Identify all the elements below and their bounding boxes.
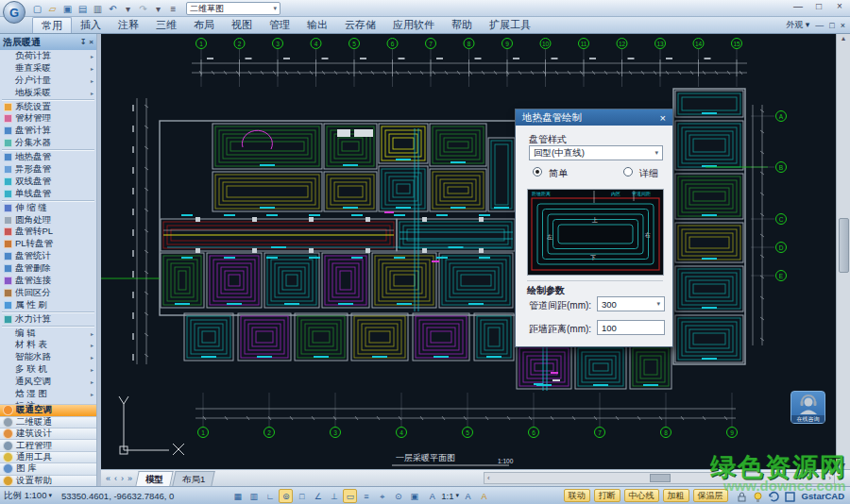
ribbon-tab-5[interactable]: 布局 <box>185 17 223 33</box>
redo-icon[interactable]: ↷ <box>136 2 150 16</box>
ribbon-tab-12[interactable]: 扩展工具 <box>481 17 539 33</box>
sidebar-item[interactable]: 多 联 机▸ <box>0 363 96 376</box>
open-icon[interactable]: ▱ <box>45 2 60 16</box>
tab-nav-icon-1[interactable]: ‹ <box>114 474 117 483</box>
ribbon-close-button[interactable]: × <box>841 21 845 30</box>
sidebar-item[interactable]: 分户计量▸ <box>0 75 96 87</box>
track-icon[interactable]: ⌖ <box>375 489 389 503</box>
ribbon-tab-1[interactable]: 常用 <box>32 17 72 33</box>
sidebar-item[interactable]: 负荷计算▸ <box>0 50 96 62</box>
annotation-scale[interactable]: A 1:1▾ A A <box>425 489 491 503</box>
sidebar-nav-设置帮助[interactable]: 设置帮助 <box>0 475 96 486</box>
sidebar-item[interactable]: 通风空调▸ <box>0 376 96 388</box>
ribbon-tab-4[interactable]: 三维 <box>147 17 185 33</box>
app-logo-icon[interactable]: G <box>3 1 26 24</box>
lineweight-icon[interactable]: ≡ <box>359 489 373 503</box>
save-icon[interactable]: ▣ <box>60 2 75 16</box>
wall-distance-input[interactable]: 100 <box>597 320 665 335</box>
drawing-canvas[interactable]: 123456789101112131415123456789ABCDE一层采暖平… <box>101 34 836 469</box>
online-consult-button[interactable]: 在线咨询 <box>790 391 825 424</box>
minimize-button[interactable]: — <box>791 1 805 11</box>
horizontal-scroll-thumb[interactable] <box>650 474 671 482</box>
ribbon-restore-button[interactable]: □ <box>829 21 834 30</box>
find-icon[interactable]: ⊙ <box>391 489 405 503</box>
ribbon-tab-9[interactable]: 云存储 <box>336 17 384 33</box>
sidebar-item[interactable]: 管材管理 <box>0 112 96 125</box>
undo-icon[interactable]: ↶ <box>106 2 120 16</box>
sidebar-item[interactable]: 水力计算 <box>0 313 96 326</box>
sidebar-item[interactable]: 属 性 刷 <box>0 299 96 311</box>
ribbon-tab-3[interactable]: 注释 <box>110 17 147 33</box>
vertical-scroll-thumb[interactable] <box>839 218 849 273</box>
ribbon-tab-8[interactable]: 输出 <box>298 17 336 33</box>
sidebar-item[interactable]: 焓 湿 图▸ <box>0 388 96 400</box>
save-as-icon[interactable]: ▤ <box>76 2 90 16</box>
sidebar-nav-通用工具[interactable]: 通用工具 <box>0 451 96 462</box>
anno-visibility-icon[interactable]: A <box>461 489 475 503</box>
sidebar-item[interactable]: 垂直采暖▸ <box>0 62 96 75</box>
quick-view-icon[interactable]: ▣ <box>407 489 421 503</box>
angle-icon[interactable]: ∠ <box>311 489 325 503</box>
anno-auto-icon[interactable]: A <box>477 489 491 503</box>
ribbon-tab-6[interactable]: 视图 <box>223 17 261 33</box>
toggle-加粗[interactable]: 加粗 <box>663 489 689 502</box>
sidebar-item[interactable]: 圆角处理 <box>0 214 96 227</box>
scroll-left-icon[interactable]: ‹ <box>484 474 493 482</box>
polar-icon[interactable]: ⊚ <box>279 489 293 503</box>
radio-detail[interactable] <box>623 167 633 176</box>
sidebar-item[interactable]: 材 料 表▸ <box>0 339 96 351</box>
sidebar-item[interactable]: 盘管统计 <box>0 250 96 262</box>
vertical-scrollbar[interactable]: ▴ ▾ <box>836 34 850 469</box>
redo-menu-icon[interactable]: ▾ <box>151 2 165 16</box>
print-icon[interactable]: ▥ <box>91 2 105 16</box>
sidebar-item[interactable]: 系统设置 <box>0 101 96 113</box>
sidebar-item[interactable]: 盘管删除 <box>0 262 96 275</box>
dialog-close-icon[interactable]: × <box>660 112 666 124</box>
dialog-title-bar[interactable]: 地热盘管绘制 × <box>516 109 672 126</box>
ortho-icon[interactable]: ∟ <box>263 489 277 503</box>
ribbon-tab-11[interactable]: 帮助 <box>443 17 481 33</box>
palette-header[interactable]: 浩辰暖通 ↧ × <box>0 34 96 50</box>
sidebar-item[interactable]: 盘管连接 <box>0 275 96 287</box>
qat-more-icon[interactable]: ≡ <box>166 2 180 16</box>
pipe-spacing-combo[interactable]: 300▾ <box>597 296 665 311</box>
osnap-icon[interactable]: □ <box>295 489 309 503</box>
sidebar-item[interactable]: 盘管计算 <box>0 125 96 137</box>
sidebar-item[interactable]: 盘管转PL <box>0 226 96 238</box>
grid-icon[interactable]: ▥ <box>246 489 261 503</box>
toggle-打断[interactable]: 打断 <box>594 489 620 502</box>
sidebar-item[interactable]: 编 辑▸ <box>0 328 96 340</box>
sidebar-item[interactable]: 地板采暖▸ <box>0 87 96 99</box>
radio-detail-label[interactable]: 详细 <box>639 167 658 180</box>
scroll-up-icon[interactable]: ▴ <box>842 34 845 42</box>
sidebar-item[interactable]: PL转盘管 <box>0 238 96 250</box>
radio-simple[interactable] <box>533 167 542 176</box>
snap-icon[interactable]: ▦ <box>230 489 245 503</box>
sidebar-item[interactable]: 供回区分 <box>0 287 96 299</box>
toggle-联动[interactable]: 联动 <box>564 489 590 502</box>
tab-model[interactable]: 模型 <box>135 471 173 486</box>
tab-nav-icon-0[interactable]: « <box>106 474 110 483</box>
toggle-中心线[interactable]: 中心线 <box>624 489 659 502</box>
sidebar-item[interactable]: 单线盘管 <box>0 188 96 200</box>
workspace-combo[interactable]: 二维草图 ▾ <box>186 2 280 15</box>
tab-nav-icon-2[interactable]: › <box>121 474 124 483</box>
sidebar-item[interactable]: 异形盘管 <box>0 163 96 176</box>
coil-style-combo[interactable]: 回型(中直线)▾ <box>529 145 663 160</box>
dyn-input-icon[interactable]: ▭ <box>343 489 357 503</box>
ribbon-tab-7[interactable]: 管理 <box>261 17 298 33</box>
sidebar-nav-二维暖通[interactable]: 二维暖通 <box>0 416 96 428</box>
scale-selector[interactable]: 比例 1:100▾ <box>4 490 52 502</box>
tab-nav-icon-3[interactable]: » <box>128 474 132 483</box>
sidebar-nav-工程管理[interactable]: 工程管理 <box>0 439 96 450</box>
sidebar-nav-暖通空调[interactable]: 暖通空调 <box>0 404 96 415</box>
undo-menu-icon[interactable]: ▾ <box>121 2 135 16</box>
sidebar-nav-图 库[interactable]: 图 库 <box>0 462 96 474</box>
sidebar-nav-建筑设计[interactable]: 建筑设计 <box>0 428 96 439</box>
sidebar-item[interactable]: 双线盘管 <box>0 176 96 188</box>
maximize-button[interactable]: □ <box>812 1 825 11</box>
sidebar-item[interactable]: 智能水路▸ <box>0 351 96 363</box>
palette-close-icon[interactable]: × <box>89 38 94 46</box>
sidebar-item[interactable]: 伸 缩 缝 <box>0 202 96 214</box>
ribbon-minimize-button[interactable]: — <box>815 21 824 30</box>
